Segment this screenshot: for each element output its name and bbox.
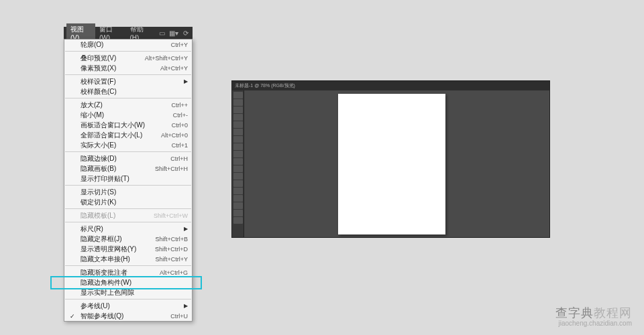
menu-separator bbox=[65, 185, 191, 186]
tool-button[interactable] bbox=[233, 143, 243, 150]
artboard[interactable] bbox=[338, 94, 445, 234]
arrange-icon[interactable]: ▦▾ bbox=[169, 28, 178, 38]
menu-separator bbox=[65, 265, 191, 266]
tool-button[interactable] bbox=[233, 180, 243, 187]
tool-button[interactable] bbox=[233, 195, 243, 202]
tool-button[interactable] bbox=[233, 136, 243, 143]
watermark-url: jiaocheng.chazidian.com bbox=[555, 320, 632, 327]
menu-item-proof-colors[interactable]: 校样颜色(C) bbox=[64, 86, 192, 96]
menu-separator bbox=[65, 151, 191, 152]
view-dropdown-menu: 轮廓(O) Ctrl+Y 叠印预览(V) Alt+Shift+Ctrl+Y 像素… bbox=[64, 39, 193, 322]
search-icon[interactable]: ⟳ bbox=[181, 28, 190, 38]
menu-item-hide-text-threads[interactable]: 隐藏文本串接(H) Shift+Ctrl+Y bbox=[64, 254, 192, 264]
menu-item-show-transparency-grid[interactable]: 显示透明度网格(Y) Shift+Ctrl+D bbox=[64, 244, 192, 254]
tool-button[interactable] bbox=[233, 188, 243, 194]
menu-item-lock-slices[interactable]: 锁定切片(K) bbox=[64, 197, 192, 207]
tool-button[interactable] bbox=[233, 210, 243, 216]
tool-button[interactable] bbox=[233, 173, 243, 180]
app-body bbox=[232, 90, 549, 237]
menu-item-actual-size[interactable]: 实际大小(E) Ctrl+1 bbox=[64, 140, 192, 150]
layout-icon[interactable]: ▭ bbox=[158, 28, 166, 38]
menubar: 视图(V) 窗口(W) 帮助(H) ▭ ▦▾ ⟳ bbox=[64, 27, 193, 39]
menu-item-outline[interactable]: 轮廓(O) Ctrl+Y bbox=[64, 40, 192, 50]
menu-item-rulers[interactable]: 标尺(R) ▶ bbox=[64, 224, 192, 234]
menu-item-guides[interactable]: 参考线(U) ▶ bbox=[64, 301, 192, 311]
menu-item-show-live-paint-gaps[interactable]: 显示实时上色间隙 bbox=[64, 287, 192, 297]
checkmark-icon: ✓ bbox=[70, 313, 75, 320]
tool-panel bbox=[232, 90, 244, 237]
watermark-brand: 查字典教程网 bbox=[555, 305, 632, 321]
canvas-area[interactable] bbox=[244, 90, 549, 237]
menu-item-show-slices[interactable]: 显示切片(S) bbox=[64, 187, 192, 197]
menu-separator bbox=[65, 208, 191, 209]
menu-item-zoom-out[interactable]: 缩小(M) Ctrl+- bbox=[64, 110, 192, 120]
menu-item-pixel-preview[interactable]: 像素预览(X) Alt+Ctrl+Y bbox=[64, 63, 192, 73]
menu-item-hide-gradient-annotator[interactable]: 隐藏渐变批注者 Alt+Ctrl+G bbox=[64, 267, 192, 277]
menu-item-zoom-in[interactable]: 放大(Z) Ctrl++ bbox=[64, 100, 192, 110]
menu-item-fit-all[interactable]: 全部适合窗口大小(L) Alt+Ctrl+0 bbox=[64, 130, 192, 140]
illustrator-window: 未标题-1 @ 78% (RGB/预览) bbox=[231, 80, 550, 238]
tool-button[interactable] bbox=[233, 202, 243, 209]
tool-button[interactable] bbox=[233, 151, 243, 157]
tool-button[interactable] bbox=[233, 129, 243, 135]
tool-button[interactable] bbox=[233, 99, 243, 106]
document-title: 未标题-1 @ 78% (RGB/预览) bbox=[235, 82, 295, 89]
app-titlebar: 未标题-1 @ 78% (RGB/预览) bbox=[232, 81, 549, 90]
menu-item-proof-setup[interactable]: 校样设置(F) ▶ bbox=[64, 76, 192, 86]
tool-button[interactable] bbox=[233, 92, 243, 98]
menu-item-fit-artboard[interactable]: 画板适合窗口大小(W) Ctrl+0 bbox=[64, 120, 192, 130]
menu-separator bbox=[65, 98, 191, 98]
submenu-arrow-icon: ▶ bbox=[184, 303, 188, 309]
tool-button[interactable] bbox=[233, 165, 243, 172]
tool-button[interactable] bbox=[233, 107, 243, 113]
tool-button[interactable] bbox=[233, 158, 243, 165]
menu-item-overprint-preview[interactable]: 叠印预览(V) Alt+Shift+Ctrl+Y bbox=[64, 53, 192, 63]
tool-button[interactable] bbox=[233, 114, 243, 121]
menu-item-hide-corner-widget[interactable]: 隐藏边角构件(W) bbox=[64, 277, 192, 287]
menu-item-hide-bounding-box[interactable]: 隐藏定界框(J) Shift+Ctrl+B bbox=[64, 234, 192, 244]
submenu-arrow-icon: ▶ bbox=[184, 78, 188, 84]
menu-separator bbox=[65, 51, 191, 52]
menu-item-hide-artboards[interactable]: 隐藏画板(B) Shift+Ctrl+H bbox=[64, 163, 192, 174]
menu-separator bbox=[65, 222, 191, 222]
tool-button[interactable] bbox=[233, 217, 243, 224]
menu-item-hide-template: 隐藏模板(L) Shift+Ctrl+W bbox=[64, 210, 192, 220]
submenu-arrow-icon: ▶ bbox=[184, 226, 188, 232]
menu-separator bbox=[65, 299, 191, 299]
watermark: 查字典教程网 jiaocheng.chazidian.com bbox=[555, 305, 632, 327]
menu-item-show-print-tiling[interactable]: 显示打印拼贴(T) bbox=[64, 174, 192, 184]
menu-separator bbox=[65, 74, 191, 75]
tool-button[interactable] bbox=[233, 121, 243, 128]
menu-item-smart-guides[interactable]: ✓ 智能参考线(Q) Ctrl+U bbox=[64, 311, 192, 321]
menu-item-hide-edges[interactable]: 隐藏边缘(D) Ctrl+H bbox=[64, 153, 192, 163]
